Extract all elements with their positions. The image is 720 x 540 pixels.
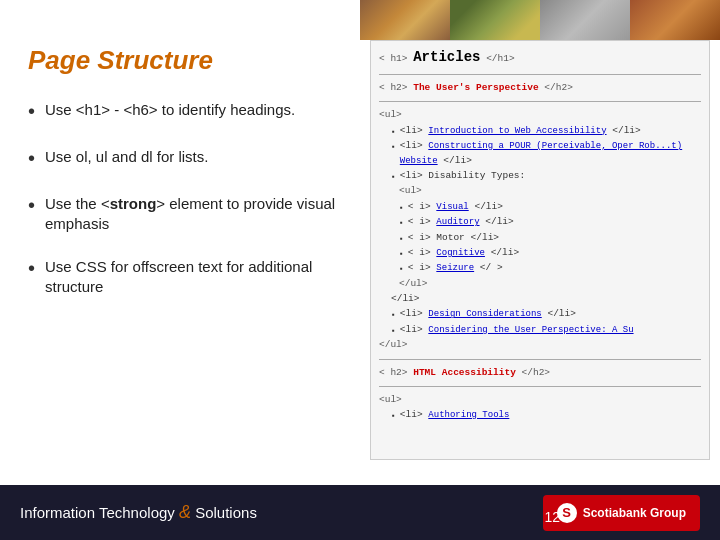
- code-li-1: ▪ <li> Introduction to Web Accessibility…: [391, 124, 701, 139]
- code-h2-html: < h2> HTML Accessibility </h2>: [379, 366, 701, 380]
- list-item: • Use ol, ul and dl for lists.: [28, 147, 348, 172]
- h1-content: Articles: [413, 49, 480, 65]
- sq-bullet-icon: ▪: [399, 202, 404, 214]
- top-image-3: [540, 0, 630, 40]
- h2-close-tag: </h2>: [544, 82, 573, 93]
- bullet-icon: •: [28, 98, 35, 125]
- logo-ampersand: &: [179, 502, 191, 522]
- page-number: 12: [544, 509, 560, 525]
- h2-open-tag: < h2>: [379, 82, 408, 93]
- code-li-considering: ▪ <li> Considering the User Perspective:…: [391, 323, 701, 338]
- h2-html-close-tag: </h2>: [522, 367, 551, 378]
- bullet-icon: •: [28, 145, 35, 172]
- sq-bullet-icon: ▪: [399, 263, 404, 275]
- code-ul2-open: <ul>: [379, 393, 701, 407]
- bullet-text-4: Use CSS for offscreen text for additiona…: [45, 257, 348, 298]
- h1-open-tag: < h1>: [379, 53, 408, 64]
- page-title: Page Structure: [28, 45, 213, 76]
- code-nested-li-cognitive: ▪ < i> Cognitive </li>: [399, 246, 701, 261]
- code-li-2: ▪ <li> Constructing a POUR (Perceivable,…: [391, 139, 701, 168]
- logo-text-after: Solutions: [191, 504, 257, 521]
- code-nested-li-motor: ▪ < i> Motor </li>: [399, 231, 701, 245]
- list-item: • Use the <strong> element to provide vi…: [28, 194, 348, 235]
- bullet-text-2: Use ol, ul and dl for lists.: [45, 147, 208, 167]
- bullet-text-1: Use <h1> - <h6> to identify headings.: [45, 100, 295, 120]
- code-ul-close: </ul>: [379, 338, 701, 352]
- top-image-2: [450, 0, 540, 40]
- bullet-icon: •: [28, 255, 35, 282]
- bullet-icon: •: [28, 192, 35, 219]
- sq-bullet-icon: ▪: [391, 325, 396, 337]
- slide: Page Structure • Use <h1> - <h6> to iden…: [0, 0, 720, 540]
- divider-4: [379, 386, 701, 387]
- h1-close-tag: </h1>: [486, 53, 515, 64]
- divider-3: [379, 359, 701, 360]
- sq-bullet-icon: ▪: [399, 248, 404, 260]
- list-item: • Use <h1> - <h6> to identify headings.: [28, 100, 348, 125]
- bottom-logo: Information Technology & Solutions: [20, 502, 257, 523]
- code-nested-ul-open: <ul>: [399, 184, 701, 198]
- list-item: • Use CSS for offscreen text for additio…: [28, 257, 348, 298]
- divider-1: [379, 74, 701, 75]
- sq-bullet-icon: ▪: [391, 126, 396, 138]
- top-decorative-images: [360, 0, 720, 40]
- code-li-close-disability: </li>: [391, 292, 701, 306]
- code-li-design: ▪ <li> Design Considerations </li>: [391, 307, 701, 322]
- top-image-1: [360, 0, 450, 40]
- divider-2: [379, 101, 701, 102]
- sq-bullet-icon: ▪: [399, 217, 404, 229]
- h2-content: The User's Perspective: [413, 82, 538, 93]
- code-nested-ul-close: </ul>: [399, 277, 701, 291]
- bullet-list: • Use <h1> - <h6> to identify headings. …: [28, 100, 348, 319]
- h2-html-open-tag: < h2>: [379, 367, 408, 378]
- bullet-text-3: Use the <strong> element to provide visu…: [45, 194, 348, 235]
- logo-text-before: Information Technology: [20, 504, 179, 521]
- code-panel: < h1> Articles </h1> < h2> The User's Pe…: [370, 40, 710, 460]
- sq-bullet-icon: ▪: [399, 233, 404, 245]
- code-nested-li-seizure: ▪ < i> Seizure </ >: [399, 261, 701, 276]
- scotiabank-badge: S Scotiabank Group: [543, 495, 700, 531]
- sq-bullet-icon: ▪: [391, 171, 396, 183]
- code-ul-open: <ul>: [379, 108, 701, 122]
- bottom-bar: Information Technology & Solutions 12 S …: [0, 485, 720, 540]
- h2-html-content: HTML Accessibility: [413, 367, 516, 378]
- code-li-3: ▪ <li> Disability Types:: [391, 169, 701, 183]
- sq-bullet-icon: ▪: [391, 141, 396, 153]
- sq-bullet-icon: ▪: [391, 410, 396, 422]
- top-image-4: [630, 0, 720, 40]
- code-h1-line: < h1> Articles </h1>: [379, 47, 701, 68]
- code-h2-line: < h2> The User's Perspective </h2>: [379, 81, 701, 95]
- code-li-authoring: ▪ <li> Authoring Tools: [391, 408, 701, 423]
- scotiabank-label: Scotiabank Group: [583, 506, 686, 520]
- sq-bullet-icon: ▪: [391, 309, 396, 321]
- code-nested-li-auditory: ▪ < i> Auditory </li>: [399, 215, 701, 230]
- code-nested-li-visual: ▪ < i> Visual </li>: [399, 200, 701, 215]
